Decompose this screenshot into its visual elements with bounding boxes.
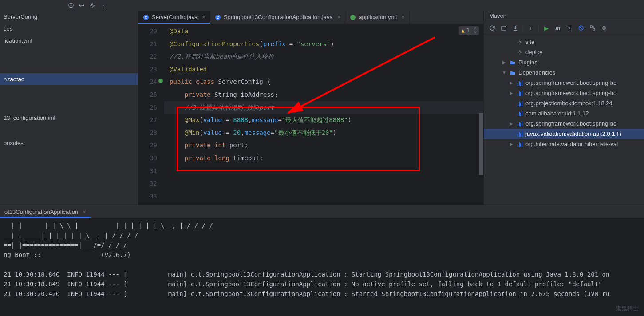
close-icon[interactable]: ×	[401, 14, 405, 20]
main-area: ServerConfig ces lication.yml n.taotao 1…	[0, 11, 644, 205]
gear-icon	[517, 39, 523, 45]
library-icon	[517, 111, 523, 117]
close-icon[interactable]: ×	[202, 14, 205, 20]
close-icon[interactable]: ×	[83, 209, 86, 215]
library-icon	[517, 121, 523, 127]
tab-label: ServerConfig.java	[152, 14, 198, 20]
maven-tree-item[interactable]: ▶org.springframework.boot:spring-bo	[484, 88, 644, 98]
tree-item-label: site	[525, 39, 534, 45]
console-panel: ot13ConfigurationApplication × | | | | \…	[0, 205, 644, 316]
add-icon[interactable]: +	[526, 23, 536, 33]
library-icon	[517, 141, 523, 147]
svg-text:C: C	[217, 15, 220, 20]
console-tab-label: ot13ConfigurationApplication	[4, 209, 78, 215]
project-item[interactable]: lication.yml	[0, 35, 138, 47]
svg-point-7	[350, 15, 356, 20]
maven-m-icon[interactable]: m	[553, 23, 563, 33]
tree-item-label: org.springframework.boot:spring-bo	[525, 79, 616, 86]
nav-chevrons[interactable]: ᐱᐯ	[474, 27, 476, 34]
chevron-icon[interactable]: ▼	[502, 70, 507, 75]
maven-tree-item[interactable]: ▶org.hibernate.validator:hibernate-val	[484, 139, 644, 149]
chevron-icon[interactable]: ▶	[509, 80, 514, 85]
java-class-icon: C	[215, 14, 221, 20]
svg-point-13	[519, 41, 521, 43]
maven-title: Maven	[484, 11, 644, 21]
more-icon[interactable]: ⋮	[98, 0, 108, 11]
tree-item-label: com.alibaba:druid:1.1.12	[525, 110, 589, 117]
skip-tests-icon[interactable]	[576, 23, 586, 33]
maven-tree-item[interactable]: site	[484, 37, 644, 47]
gear-icon	[517, 49, 523, 55]
target-icon[interactable]	[66, 0, 76, 11]
reload-icon[interactable]	[487, 23, 497, 33]
code-content[interactable]: @Data @ConfigurationProperties(prefix = …	[164, 24, 483, 205]
maven-tree-item[interactable]: ▼Dependencies	[484, 67, 644, 78]
show-deps-icon[interactable]	[588, 23, 597, 33]
maven-tree-item[interactable]: ▶Plugins	[484, 57, 644, 67]
generate-sources-icon[interactable]	[499, 23, 509, 33]
chevron-icon[interactable]: ▶	[509, 121, 514, 126]
run-icon[interactable]: ▶	[541, 23, 551, 33]
project-panel: ServerConfig ces lication.yml n.taotao 1…	[0, 11, 138, 205]
chevron-icon[interactable]: ▶	[509, 142, 514, 146]
maven-tree-item[interactable]: org.projectlombok:lombok:1.18.24	[484, 98, 644, 108]
problems-badge[interactable]: ▲ 1 ᐱᐯ	[459, 26, 479, 35]
tab-application-yml[interactable]: application.yml ×	[345, 11, 410, 24]
maven-tree-item[interactable]: ▶org.springframework.boot:spring-bo	[484, 78, 644, 88]
library-icon	[517, 131, 523, 137]
code-editor[interactable]: 20 21 22 23 24 25 26 27 28 29 30 31 32 3…	[138, 24, 483, 205]
yml-icon	[350, 14, 356, 20]
gutter: 20 21 22 23 24 25 26 27 28 29 30 31 32 3…	[138, 24, 164, 205]
svg-point-1	[71, 5, 72, 6]
svg-point-8	[158, 79, 163, 83]
tree-item-label: org.projectlombok:lombok:1.18.24	[525, 100, 612, 107]
maven-tree-item[interactable]: javax.validation:validation-api:2.0.1.Fi	[484, 129, 644, 139]
maven-panel: Maven + ▶ m sitedeploy▶Plugins▼Dependenc…	[483, 11, 644, 205]
tree-item-label: javax.validation:validation-api:2.0.1.Fi	[525, 130, 621, 137]
editor-tabs: C ServerConfig.java × C Springboot13Conf…	[138, 11, 483, 24]
maven-tree: sitedeploy▶Plugins▼Dependencies▶org.spri…	[484, 35, 644, 205]
library-icon	[517, 90, 523, 96]
maven-tree-item[interactable]: com.alibaba:druid:1.1.12	[484, 108, 644, 118]
settings-icon[interactable]	[87, 0, 98, 11]
scrollbar-marker[interactable]	[479, 113, 483, 175]
svg-rect-12	[593, 28, 595, 30]
run-gutter-icon[interactable]	[158, 78, 163, 83]
maven-tree-item[interactable]: ▶org.springframework.boot:spring-bo	[484, 118, 644, 129]
main-toolbar: ⋮	[0, 0, 644, 11]
download-icon[interactable]	[510, 23, 520, 33]
tree-item-label: deploy	[525, 49, 542, 55]
tree-item-label: org.hibernate.validator:hibernate-val	[525, 141, 618, 147]
tree-item-label: Dependencies	[518, 69, 555, 76]
project-item[interactable]: ServerConfig	[0, 11, 138, 23]
project-item[interactable]: n.taotao	[0, 73, 138, 85]
tab-serverconfig[interactable]: C ServerConfig.java ×	[138, 11, 210, 24]
svg-point-2	[91, 4, 93, 6]
chevron-icon[interactable]: ▶	[509, 91, 514, 95]
svg-rect-11	[590, 26, 592, 28]
console-output[interactable]: | | | | \_\ | |_| |_|_| |_\__, | / / / /…	[0, 218, 644, 316]
library-icon	[517, 80, 523, 86]
console-tab-run[interactable]: ot13ConfigurationApplication ×	[0, 205, 91, 218]
maven-tree-item[interactable]: deploy	[484, 47, 644, 57]
library-icon	[517, 100, 523, 107]
editor-area: C ServerConfig.java × C Springboot13Conf…	[138, 11, 483, 205]
maven-toolbar: + ▶ m	[484, 21, 644, 35]
warning-count: 1	[466, 28, 470, 34]
project-item[interactable]: ces	[0, 23, 138, 35]
close-icon[interactable]: ×	[337, 14, 341, 20]
tab-springboot-app[interactable]: C Springboot13ConfigurationApplication.j…	[210, 11, 345, 24]
project-item[interactable]: 13_configuration.iml	[0, 112, 138, 124]
tree-item-label: Plugins	[518, 59, 537, 66]
tab-label: application.yml	[359, 14, 397, 20]
tree-item-label: org.springframework.boot:spring-bo	[525, 120, 616, 127]
collapse-all-icon[interactable]	[599, 23, 609, 33]
console-tabs: ot13ConfigurationApplication ×	[0, 205, 644, 218]
toggle-offline-icon[interactable]	[565, 23, 574, 33]
chevron-icon[interactable]: ▶	[502, 60, 507, 65]
collapse-icon[interactable]	[76, 0, 87, 11]
project-item[interactable]: onsoles	[0, 137, 138, 149]
watermark: 鬼鬼骑士	[616, 304, 639, 312]
tree-item-label: org.springframework.boot:spring-bo	[525, 90, 616, 96]
tab-label: Springboot13ConfigurationApplication.jav…	[224, 14, 333, 20]
